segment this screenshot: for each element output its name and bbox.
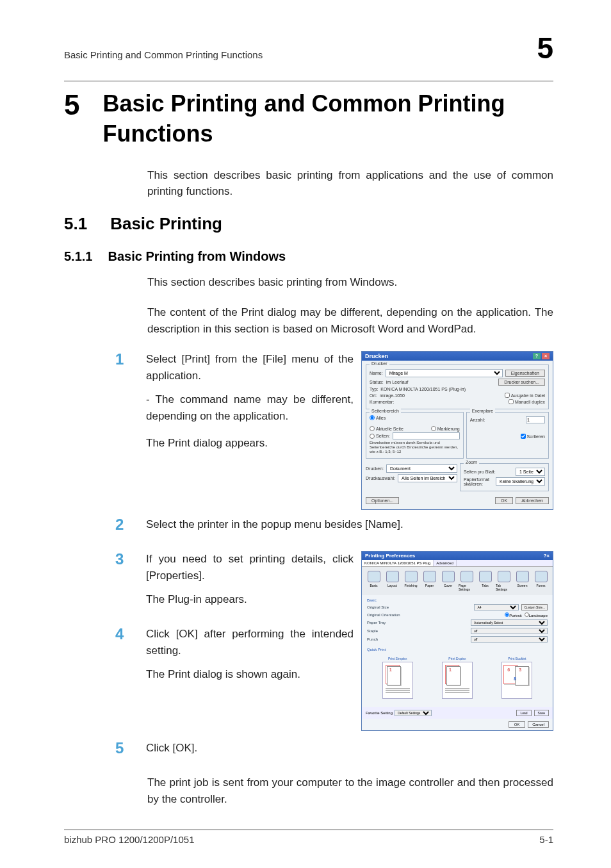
name-label: Name: [370, 371, 383, 375]
find-printer-button[interactable]: Drucker suchen... [498, 379, 545, 386]
help-icon[interactable]: ? [533, 353, 541, 359]
cancel-button[interactable]: Abbrechen [516, 497, 549, 504]
section-2-p1: This section describes basic printing fr… [147, 274, 553, 291]
collate-checkbox[interactable]: Sortieren [521, 434, 545, 439]
toolbar-icon-finishing[interactable]: Finishing [403, 571, 419, 591]
step-2-text: Select the printer in the popup menu bes… [146, 516, 553, 533]
toolbar-icon-screen[interactable]: Screen [514, 571, 530, 591]
copies-legend: Exemplare [470, 409, 495, 413]
preview-booklet[interactable]: Print Booklet638 [501, 657, 532, 699]
section-2-title: Basic Printing from Windows [108, 249, 286, 264]
footer-right: 5-1 [539, 834, 553, 845]
size-label: Original Size [367, 605, 389, 609]
manual-duplex-checkbox[interactable]: Manuell duplex [509, 399, 545, 404]
pages-input[interactable] [393, 432, 460, 439]
toolbar-icon-tabsettings[interactable]: Tab Settings [496, 571, 512, 591]
printsel-label: Druckauswahl: [366, 476, 395, 480]
plugin-tab-main[interactable]: KONICA MINOLTA 1200/1051 PS Plug [362, 560, 434, 566]
type-value: KONICA MINOLTA 1200/1051 PS (Plug-in) [380, 387, 545, 391]
punch-label: Punch [367, 637, 378, 641]
orientation-label: Original Orientation [367, 613, 400, 617]
toolbar-icon-cover[interactable]: Cover [440, 571, 456, 591]
toolbar-icon-forms[interactable]: Forms [533, 571, 549, 591]
print-to-file-checkbox[interactable]: Ausgabe in Datei [505, 393, 545, 398]
punch-select[interactable]: off [471, 636, 548, 643]
preview-simplex[interactable]: Print Simplex1 [382, 657, 413, 699]
range-pages-radio[interactable]: Seiten: [370, 434, 390, 439]
toolbar-icon-tabs[interactable]: Tabs [477, 571, 493, 591]
ok-button[interactable]: OK [495, 497, 513, 504]
portrait-radio[interactable]: Portrait [505, 612, 521, 618]
step-4-text-b: The Print dialog is shown again. [146, 666, 354, 683]
range-legend: Seitenbereich [370, 409, 401, 413]
printsel-select[interactable]: Alle Seiten im Bereich [398, 474, 457, 482]
step-1-number: 1 [115, 351, 133, 368]
plugin-toolbar: Basic Layout Finishing Paper Cover Page … [362, 567, 553, 595]
toolbar-icon-paper[interactable]: Paper [421, 571, 437, 591]
step-4-text-a: Click [OK] after performing the intended… [146, 626, 354, 660]
plugin-tab-advanced[interactable]: Advanced [434, 560, 457, 566]
step-1-text-a: Select [Print] from the [File] menu of t… [146, 351, 354, 385]
range-all-radio[interactable]: Alles [370, 415, 460, 420]
custom-size-button[interactable]: Custom Size... [521, 604, 548, 610]
toolbar-icon-layout[interactable]: Layout [384, 571, 400, 591]
step-3-text-a: If you need to set printing details, cli… [146, 551, 354, 585]
tray-select[interactable]: Automatically Select [471, 619, 548, 626]
plugin-title: Printing Preferences [365, 553, 415, 559]
footer-left: bizhub PRO 1200/1200P/1051 [64, 834, 195, 845]
plugin-cancel-button[interactable]: Cancel [528, 721, 549, 728]
status-value: im Leerlauf [386, 380, 496, 384]
step-5-number: 5 [115, 740, 133, 757]
staple-label: Staple [367, 629, 378, 633]
load-button[interactable]: Load [516, 710, 531, 716]
printer-name-select[interactable]: Mirage M [386, 369, 503, 377]
close-icon[interactable]: × [546, 553, 550, 559]
range-hint: Einzelseiten müssen durch Semikola und S… [370, 441, 460, 455]
step-2-number: 2 [115, 516, 133, 533]
staple-select[interactable]: off [471, 628, 548, 634]
tray-label: Paper Tray [367, 621, 386, 625]
print-dialog: Drucken ? × Drucker Name: Mirage M Eigen… [361, 351, 553, 510]
close-icon[interactable]: × [542, 353, 550, 359]
section-1-title: Basic Printing [110, 214, 222, 234]
copies-input[interactable] [526, 416, 545, 423]
step-3-number: 3 [115, 551, 133, 568]
print-dialog-title: Drucken [365, 353, 388, 359]
header-divider [64, 81, 553, 81]
where-label: Ort: [370, 393, 377, 398]
size-select[interactable]: A4 [474, 604, 519, 610]
plugin-ok-button[interactable]: OK [509, 721, 526, 728]
step-1-text-c: The Print dialog appears. [146, 435, 354, 452]
plugin-dialog: Printing Preferences ?× KONICA MINOLTA 1… [361, 551, 553, 731]
preview-duplex[interactable]: Print Duplex1 [442, 657, 473, 699]
toolbar-icon-pagesettings[interactable]: Page Settings [459, 571, 475, 591]
favorite-select[interactable]: Default Settings [395, 710, 432, 716]
range-selection-radio[interactable]: Markierung [431, 426, 460, 431]
comment-label: Kommentar: [370, 400, 394, 404]
scale-select[interactable]: Keine Skalierung [496, 477, 545, 486]
landscape-radio[interactable]: Landscape [525, 612, 548, 618]
status-label: Status: [370, 380, 384, 384]
scale-label: Papierformat skalieren: [464, 477, 493, 486]
intro-paragraph: This section describes basic printing fr… [147, 167, 553, 200]
chapter-number-top: 5 [537, 31, 553, 65]
step-1-text-b: - The command name may be different, dep… [146, 391, 354, 425]
save-button[interactable]: Save [534, 710, 549, 716]
section-1-number: 5.1 [64, 214, 87, 234]
toolbar-icon-basic[interactable]: Basic [366, 571, 382, 591]
chapter-title: Basic Printing and Common Printing Funct… [102, 89, 553, 149]
step-4-number: 4 [115, 626, 133, 643]
step-5-text: Click [OK]. [146, 740, 553, 757]
outro-paragraph: The print job is sent from your computer… [147, 774, 553, 807]
options-button[interactable]: Optionen... [366, 497, 399, 504]
properties-button[interactable]: Eigenschaften [505, 370, 545, 377]
range-current-radio[interactable]: Aktuelle Seite [370, 426, 403, 431]
ppp-label: Seiten pro Blatt: [464, 470, 496, 474]
copies-label: Anzahl: [470, 418, 485, 422]
favorite-label: Favorite Setting [366, 711, 393, 715]
ppp-select[interactable]: 1 Seite [516, 468, 545, 476]
type-label: Typ: [370, 387, 378, 391]
basic-section-label: Basic [367, 598, 548, 602]
running-header: Basic Printing and Common Printing Funct… [64, 49, 263, 60]
printwhat-select[interactable]: Dokument [386, 464, 457, 473]
